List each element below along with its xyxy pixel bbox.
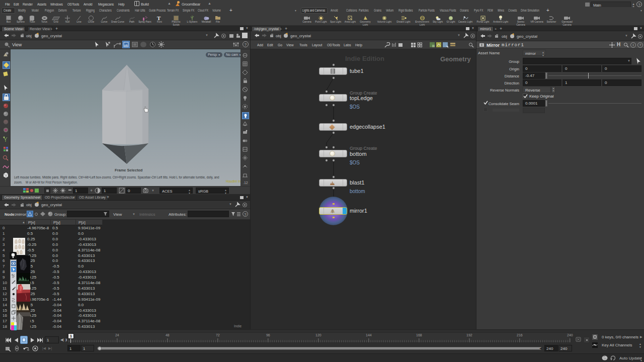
svg-text:ob: ob (124, 44, 128, 47)
svg-text:.12: .12 (243, 181, 248, 185)
